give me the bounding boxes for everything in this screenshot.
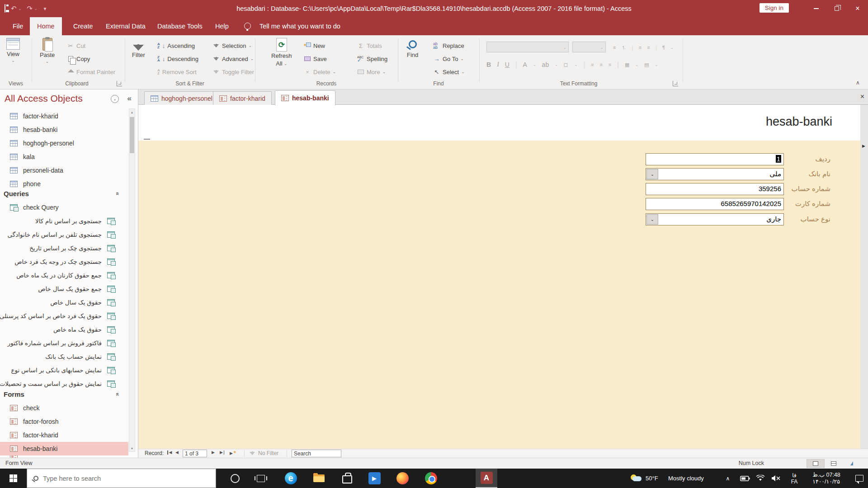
weather-icon[interactable] — [628, 469, 645, 488]
restore-button[interactable] — [826, 0, 847, 17]
previous-record-button[interactable]: ◀ — [175, 450, 179, 455]
tab-home[interactable]: Home — [30, 17, 62, 35]
taskbar-app-file-explorer[interactable] — [308, 469, 330, 488]
view-button[interactable]: View ⌄ — [6, 38, 20, 62]
nav-item-query[interactable]: نمایش حسابهای بانکی بر اساس نوع — [0, 363, 128, 377]
clock[interactable]: 07:48 ب.ظ۱۴۰۰/۱۰/۲۵ — [806, 469, 847, 488]
taskbar-app-edge[interactable]: e — [280, 469, 302, 488]
go-to-button[interactable]: → Go To⌄ — [433, 54, 464, 64]
sign-in-button[interactable]: Sign in — [760, 3, 789, 13]
find-button[interactable]: Find — [407, 38, 418, 58]
nav-item-query[interactable]: جستجوی چک بر اساس تاریخ — [0, 241, 128, 255]
scrollbar-thumb[interactable] — [130, 117, 134, 153]
taskbar-app-chrome[interactable] — [420, 469, 442, 488]
record-position-box[interactable]: 1 of 3 — [183, 450, 207, 457]
first-record-button[interactable]: ◀ — [167, 450, 172, 455]
save-record-button[interactable]: Save — [304, 54, 327, 64]
combo-dropdown-icon[interactable]: ⌄ — [646, 214, 658, 225]
nav-item-table-personeli-data[interactable]: personeli-data — [0, 164, 128, 177]
scroll-down-icon[interactable]: ▼ — [129, 445, 135, 451]
minimize-button[interactable] — [806, 0, 826, 17]
taskbar-app-store[interactable] — [336, 469, 358, 488]
close-button[interactable]: × — [847, 0, 868, 17]
datasheet-view-button[interactable] — [825, 459, 843, 468]
weather-temp[interactable]: 50°F — [646, 469, 658, 488]
text-formatting-dialog-launcher-icon[interactable] — [673, 81, 678, 86]
next-record-button[interactable]: ▶ — [212, 450, 215, 455]
select-button[interactable]: ↖ Select⌄ — [433, 67, 465, 77]
paste-button[interactable]: Paste ⌄ — [40, 38, 55, 63]
taskbar-app-media[interactable] — [448, 469, 470, 488]
taskbar-app-video[interactable]: ▶ — [363, 469, 385, 488]
cortana-button[interactable] — [224, 469, 246, 488]
scroll-right-icon[interactable]: ▶ — [862, 144, 865, 148]
doc-tab-hoghogh-personel[interactable]: hoghogh-personel — [144, 91, 219, 105]
ascending-button[interactable]: AZ ↓Ascending — [157, 41, 195, 51]
taskbar-app-access[interactable]: A — [476, 469, 497, 488]
nav-item-query[interactable]: جستجوی تلفن بر اساس نام خانوادگی — [0, 228, 128, 241]
nav-scrollbar[interactable]: ▲ ▼ — [129, 108, 135, 452]
clipboard-dialog-launcher-icon[interactable] — [117, 81, 122, 86]
weather-condition[interactable]: Mostly cloudy — [668, 469, 704, 488]
task-view-button[interactable] — [250, 469, 272, 488]
nav-item-table-hoghogh-personel[interactable]: hoghogh-personel — [0, 136, 128, 150]
nav-item-query[interactable]: جمع حقوق یک سال خاص — [0, 282, 128, 296]
nav-item-table-hesab-banki[interactable]: hesab-banki — [0, 123, 128, 136]
nav-item-query[interactable]: حقوق یک ماه خاص — [0, 323, 128, 336]
taskbar-app-firefox[interactable] — [392, 469, 413, 488]
scroll-up-icon[interactable]: ▲ — [129, 109, 135, 115]
language-indicator[interactable]: فاFA — [787, 469, 802, 488]
nav-item-table-phone[interactable]: phone — [0, 177, 128, 191]
field-radif[interactable]: 1 — [646, 153, 784, 165]
nav-item-query[interactable]: حقوق یک سال خاص — [0, 296, 128, 309]
form-view-button[interactable] — [807, 459, 825, 468]
nav-item-query[interactable]: فاکتور فروش بر اساس شماره فاکتور — [0, 336, 128, 350]
spelling-button[interactable]: ABC✓ Spelling — [357, 54, 387, 64]
nav-item-query[interactable]: جستجوی بر اساس نام کالا — [0, 214, 128, 228]
search-input[interactable] — [43, 475, 192, 482]
copy-button[interactable]: Copy — [67, 54, 90, 64]
nav-group-queries[interactable]: Queries« — [4, 190, 126, 197]
nav-item-form-factor-forosh[interactable]: factor-forosh — [0, 415, 128, 428]
new-record-button[interactable]: * New — [304, 41, 325, 51]
no-filter-indicator[interactable]: No Filter — [250, 450, 278, 456]
hidden-icons-chevron-icon[interactable]: ∧ — [722, 469, 733, 488]
nav-item-table-kala[interactable]: kala — [0, 150, 128, 164]
collapse-ribbon-icon[interactable]: ∧ — [856, 80, 860, 86]
tab-help[interactable]: Help — [208, 17, 236, 35]
shutter-bar-close-icon[interactable]: « — [127, 94, 132, 103]
start-button[interactable] — [0, 469, 27, 488]
nav-item-query[interactable]: check Query — [0, 201, 128, 214]
action-center-button[interactable] — [851, 469, 868, 488]
descending-button[interactable]: ZA ↓Descending — [157, 54, 198, 64]
field-bank-name[interactable]: ⌄ ملی — [646, 168, 784, 180]
advanced-button[interactable]: Advanced⌄ — [212, 54, 254, 64]
collapse-group-icon[interactable]: « — [114, 192, 121, 195]
doc-tab-factor-kharid[interactable]: factor-kharid — [213, 91, 272, 105]
filter-button[interactable]: Filter — [132, 38, 145, 58]
nav-item-query[interactable]: نمایش حساب یک بانک — [0, 350, 128, 363]
wifi-icon[interactable] — [754, 469, 767, 488]
tab-file[interactable]: File — [5, 17, 30, 35]
tab-create[interactable]: Create — [66, 17, 100, 35]
replace-button[interactable]: abab Replace — [433, 41, 464, 51]
nav-group-forms[interactable]: Forms« — [4, 390, 126, 398]
doc-tab-hesab-banki[interactable]: hesab-banki — [275, 90, 335, 105]
design-view-button[interactable] — [843, 459, 861, 468]
refresh-all-button[interactable]: ⟳ Refresh All⌄ — [271, 38, 292, 67]
nav-item-query[interactable]: جستجوی چک در وجه یک فرد خاص — [0, 255, 128, 268]
combo-dropdown-icon[interactable]: ⌄ — [646, 169, 658, 179]
nav-menu-dropdown-icon[interactable]: ⌄ — [111, 95, 119, 103]
nav-item-table-factor-kharid[interactable]: factor-kharid — [0, 109, 128, 123]
nav-item-query[interactable]: نمایش حقوق بر اساس سمت و تحصیلات — [0, 377, 128, 390]
last-record-button[interactable]: ▶ — [220, 450, 224, 455]
battery-icon[interactable] — [739, 469, 751, 488]
nav-item-form-hesab-banki[interactable]: hesab-banki — [0, 442, 128, 455]
tell-me-box[interactable]: Tell me what you want to do — [252, 17, 348, 35]
taskbar-search-box[interactable] — [27, 469, 216, 488]
volume-muted-icon[interactable] — [769, 469, 783, 488]
collapse-group-icon[interactable]: « — [114, 393, 121, 396]
selection-button[interactable]: Selection⌄ — [212, 41, 252, 51]
nav-item-form-check[interactable]: check — [0, 401, 128, 415]
tab-database-tools[interactable]: Database Tools — [150, 17, 210, 35]
